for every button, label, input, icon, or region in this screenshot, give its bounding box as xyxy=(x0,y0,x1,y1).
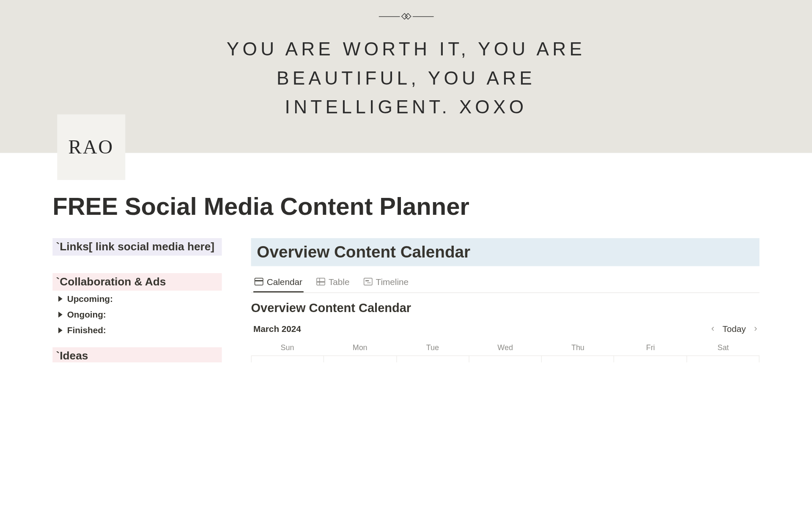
tab-table[interactable]: Table xyxy=(315,272,351,292)
hero-divider xyxy=(379,14,433,19)
weekday: Wed xyxy=(469,340,542,355)
database-title[interactable]: Overview Content Calendar xyxy=(251,301,760,315)
calendar-month: March 2024 xyxy=(253,323,301,333)
weekday: Sat xyxy=(687,340,760,355)
page-logo: RAO xyxy=(57,115,125,180)
toggle-ongoing[interactable]: Ongoing: xyxy=(52,307,222,322)
table-icon xyxy=(316,278,325,285)
calendar-grid: 25 26 27 28 29 Mar 1 2 3 4 5 6 7 8 9 10 … xyxy=(251,356,760,362)
chevron-right-icon xyxy=(58,311,63,317)
main-column: Overview Content Calendar Calendar Table… xyxy=(251,238,760,362)
chevron-right-icon xyxy=(58,327,63,333)
calendar-cell[interactable]: 25 xyxy=(252,356,324,362)
calendar-icon xyxy=(255,278,263,285)
hero-quote: YOU ARE WORTH IT, YOU ARE BEAUTIFUL, YOU… xyxy=(202,35,610,122)
weekday: Thu xyxy=(542,340,614,355)
weekday: Sun xyxy=(251,340,324,355)
toggle-upcoming[interactable]: Upcoming: xyxy=(52,290,222,306)
tab-timeline[interactable]: Timeline xyxy=(362,272,410,292)
ideas-heading[interactable]: `Ideas xyxy=(52,347,222,362)
page-title: FREE Social Media Content Planner xyxy=(52,192,760,220)
calendar-cell[interactable]: 28 xyxy=(469,356,542,362)
overview-heading[interactable]: Overview Content Calendar xyxy=(251,238,760,266)
calendar-cell[interactable]: 2 xyxy=(687,356,760,362)
weekday: Fri xyxy=(614,340,687,355)
calendar-cell[interactable]: 29 xyxy=(542,356,614,362)
calendar-cell[interactable]: Mar 1 xyxy=(614,356,687,362)
view-tabs: Calendar Table Timeline xyxy=(251,272,760,293)
timeline-icon xyxy=(364,278,373,285)
weekday: Mon xyxy=(324,340,396,355)
weekday-header: Sun Mon Tue Wed Thu Fri Sat xyxy=(251,340,760,355)
calendar-cell[interactable]: 26 xyxy=(324,356,397,362)
links-heading[interactable]: `Links[ link social media here] xyxy=(52,238,222,255)
weekday: Tue xyxy=(396,340,469,355)
collab-heading[interactable]: `Collaboration & Ads xyxy=(52,273,222,290)
chevron-right-icon xyxy=(58,296,63,301)
tab-calendar[interactable]: Calendar xyxy=(253,272,304,292)
today-button[interactable]: Today xyxy=(722,323,746,333)
logo-text: RAO xyxy=(69,136,114,158)
calendar-cell[interactable]: 27 xyxy=(397,356,469,362)
hero-banner: YOU ARE WORTH IT, YOU ARE BEAUTIFUL, YOU… xyxy=(0,0,812,153)
toggle-finished[interactable]: Finished: xyxy=(52,322,222,338)
sidebar: `Links[ link social media here] `Collabo… xyxy=(52,238,222,362)
prev-month-button[interactable]: ‹ xyxy=(711,323,714,334)
next-month-button[interactable]: › xyxy=(754,323,757,334)
